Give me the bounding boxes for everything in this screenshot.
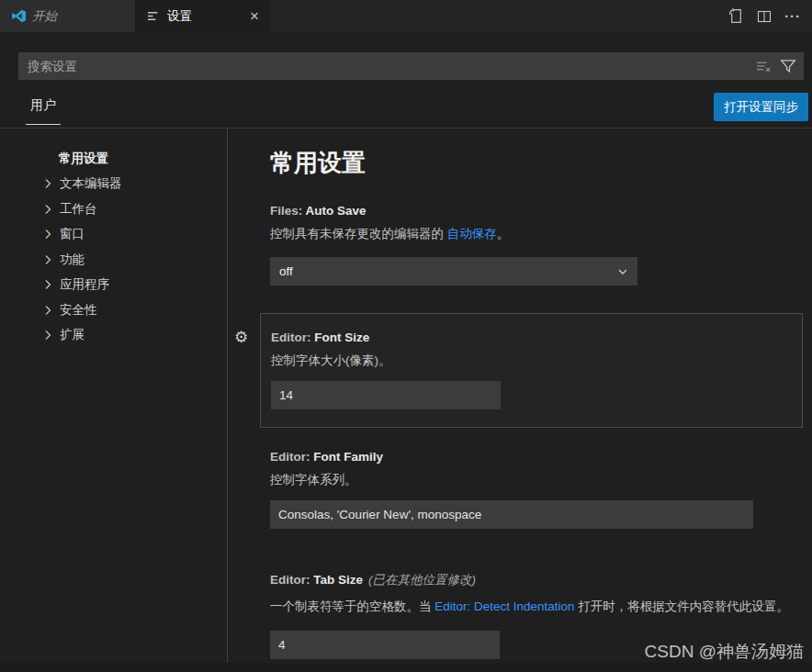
toc-item-application[interactable]: 应用程序 — [0, 273, 227, 298]
chevron-right-icon — [40, 252, 55, 267]
font-family-input[interactable] — [270, 500, 753, 529]
clear-filters-icon[interactable] — [756, 59, 772, 74]
close-tab-icon[interactable]: × — [247, 8, 262, 24]
modified-elsewhere-note: (已在其他位置修改) — [368, 573, 476, 587]
setting-label-prefix: Editor: — [270, 573, 313, 587]
chevron-right-icon — [40, 328, 55, 342]
setting-editor-font-family: Editor: Font Family 控制字体系列。 — [270, 450, 753, 529]
toc-item-extensions[interactable]: 扩展 — [0, 323, 227, 349]
toc-item-workbench[interactable]: 工作台 — [0, 196, 227, 222]
setting-label: Editor: Font Family — [270, 450, 753, 464]
setting-label: Files: Auto Save — [270, 204, 637, 218]
more-actions-icon[interactable]: ··· — [784, 8, 801, 24]
search-actions — [756, 58, 804, 74]
toc-item-label: 应用程序 — [60, 276, 109, 293]
description-text: 控制具有未保存更改的编辑器的 — [270, 227, 447, 241]
open-settings-json-icon[interactable] — [728, 8, 744, 24]
setting-label-name: Font Size — [314, 330, 369, 344]
font-size-input[interactable] — [271, 381, 501, 409]
settings-body: 常用设置 Files: Auto Save 控制具有未保存更改的编辑器的 自动保… — [228, 129, 812, 672]
vscode-logo-icon — [12, 9, 26, 23]
description-text: 一个制表符等于的空格数。当 — [270, 599, 434, 613]
chevron-right-icon — [40, 277, 55, 292]
chevron-right-icon — [40, 202, 55, 217]
chevron-right-icon — [40, 303, 55, 318]
tab-settings-label: 设置 — [167, 8, 192, 25]
detect-indentation-link[interactable]: Editor: Detect Indentation — [434, 599, 574, 613]
toc-item-security[interactable]: 安全性 — [0, 297, 227, 323]
setting-description: 一个制表符等于的空格数。当 Editor: Detect Indentation… — [270, 594, 803, 619]
setting-description: 控制具有未保存更改的编辑器的 自动保存。 — [270, 225, 637, 242]
tab-start[interactable]: 开始 — [0, 0, 135, 32]
filter-funnel-icon[interactable] — [780, 58, 796, 74]
search-input[interactable] — [18, 60, 756, 73]
settings-sync-button[interactable]: 打开设置同步 — [714, 93, 808, 121]
setting-description: 控制字体大小(像素)。 — [271, 352, 802, 369]
csdn-watermark: CSDN @神兽汤姆猫 — [645, 640, 804, 664]
toc-item-label: 文本编辑器 — [60, 175, 122, 192]
tab-settings[interactable]: 设置 × — [135, 0, 271, 32]
toc-item-label: 窗口 — [60, 226, 85, 242]
editor-actions: ··· — [728, 0, 812, 32]
toc-item-label: 常用设置 — [59, 151, 108, 167]
auto-save-dropdown[interactable]: off — [270, 257, 637, 286]
setting-label-prefix: Files: — [270, 204, 306, 218]
toc-item-features[interactable]: 功能 — [0, 247, 227, 273]
setting-label-name: Font Family — [313, 450, 383, 464]
toc-item-label: 安全性 — [60, 302, 97, 319]
toc-item-label: 功能 — [60, 252, 85, 268]
setting-files-auto-save: Files: Auto Save 控制具有未保存更改的编辑器的 自动保存。 of… — [270, 204, 637, 286]
auto-save-link[interactable]: 自动保存 — [447, 227, 497, 241]
page-title: 常用设置 — [270, 147, 366, 179]
dropdown-value: off — [279, 264, 293, 278]
setting-label: Editor: Tab Size(已在其他位置修改) — [270, 572, 803, 588]
setting-label-prefix: Editor: — [270, 450, 313, 464]
setting-description: 控制字体系列。 — [270, 471, 753, 488]
tab-user-scope[interactable]: 用户 — [26, 97, 61, 125]
setting-label: Editor: Font Size — [271, 330, 802, 344]
bottom-edge-strip — [0, 663, 812, 672]
setting-editor-font-size[interactable]: ⚙ Editor: Font Size 控制字体大小(像素)。 — [260, 313, 803, 428]
settings-toc: 常用设置 文本编辑器 工作台 窗口 功能 应用程序 安全性 扩展 — [0, 129, 227, 672]
settings-list-icon — [147, 9, 161, 23]
toc-item-label: 工作台 — [60, 201, 97, 218]
chevron-right-icon — [40, 176, 55, 191]
description-text: 。 — [497, 227, 510, 241]
tab-start-label: 开始 — [32, 8, 57, 25]
setting-label-name: Tab Size — [313, 573, 363, 587]
settings-search-bar — [18, 52, 804, 80]
setting-label-name: Auto Save — [306, 204, 367, 218]
toc-item-common[interactable]: 常用设置 — [0, 146, 227, 172]
setting-label-prefix: Editor: — [271, 330, 314, 344]
toc-item-texteditor[interactable]: 文本编辑器 — [0, 172, 227, 197]
editor-tab-bar: 开始 设置 × ··· — [0, 0, 812, 32]
chevron-down-icon — [615, 264, 630, 279]
toc-item-label: 扩展 — [60, 327, 85, 343]
split-editor-icon[interactable] — [757, 9, 772, 24]
chevron-right-icon — [40, 227, 55, 241]
gear-icon[interactable]: ⚙ — [234, 328, 248, 347]
tab-size-input[interactable] — [270, 631, 500, 659]
description-text: 打开时，将根据文件内容替代此设置。 — [575, 599, 789, 613]
toc-item-window[interactable]: 窗口 — [0, 222, 227, 248]
